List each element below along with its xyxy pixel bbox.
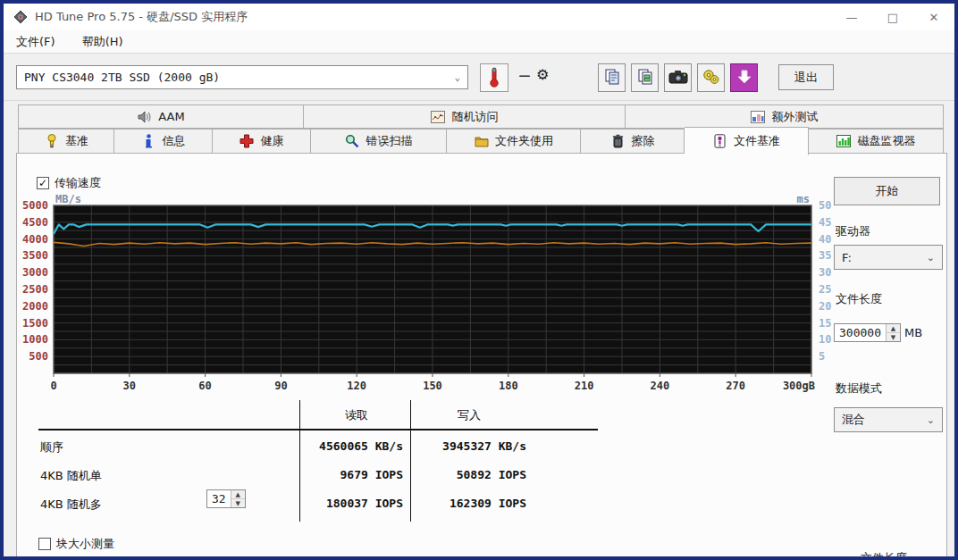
row-sequential-read: 4560065 KB/s: [224, 439, 403, 453]
minimize-button[interactable]: —: [831, 4, 872, 30]
write-column-header: 写入: [424, 407, 514, 423]
svg-text:3500: 3500: [22, 249, 48, 262]
tab-file-benchmark[interactable]: 文件基准: [685, 127, 809, 155]
drive-letter-select[interactable]: F: ⌄: [834, 245, 943, 270]
svg-text:5: 5: [819, 350, 825, 363]
file-benchmark-icon: [712, 134, 727, 148]
app-window: HD Tune Pro 5.75 - 硬盘/SSD 实用程序 — □ ✕ 文件(…: [0, 0, 958, 560]
extra-tests-chart-icon: [751, 110, 766, 124]
transfer-speed-checkbox[interactable]: ✓: [37, 177, 49, 189]
svg-text:45: 45: [819, 216, 831, 229]
svg-text:40: 40: [819, 233, 831, 246]
file-length-value: 300000: [835, 324, 886, 341]
tab-erase[interactable]: 擦除: [581, 129, 685, 154]
transfer-speed-checkbox-row: ✓ 传输速度: [37, 175, 101, 191]
tab-disk-monitor[interactable]: 磁盘监视器: [809, 129, 944, 154]
tab-label: 磁盘监视器: [858, 133, 916, 149]
spinner-down-icon[interactable]: ▼: [887, 333, 900, 341]
tab-label: 错误扫描: [366, 133, 413, 149]
tab-label: 信息: [163, 133, 186, 149]
toolbar: PNY CS3040 2TB SSD (2000 gB) ⌄ — ⚙: [4, 54, 954, 101]
tab-info[interactable]: 信息: [114, 129, 213, 154]
tab-health[interactable]: 健康: [213, 129, 311, 154]
svg-text:35: 35: [819, 249, 831, 262]
tab-benchmark[interactable]: 基准: [18, 129, 114, 154]
tab-label: 文件夹使用: [495, 133, 553, 149]
tab-random-access[interactable]: 随机访问: [304, 104, 626, 129]
file-length-spinner[interactable]: 300000 ▲▼: [834, 323, 901, 342]
svg-text:20: 20: [819, 300, 831, 313]
drive-select[interactable]: PNY CS3040 2TB SSD (2000 gB) ⌄: [16, 65, 468, 89]
copy-text-icon: [603, 68, 621, 88]
speaker-icon: [137, 110, 152, 124]
svg-text:15: 15: [819, 317, 831, 330]
tab-label: AAM: [158, 110, 184, 123]
temperature-button[interactable]: [480, 63, 508, 92]
block-size-checkbox[interactable]: [38, 538, 51, 550]
spinner-up-icon[interactable]: ▲: [887, 324, 900, 333]
svg-text:180: 180: [499, 380, 518, 392]
table-header-underline: [38, 429, 598, 430]
exit-button[interactable]: 退出: [778, 64, 834, 90]
transfer-speed-label: 传输速度: [55, 175, 101, 191]
menu-bar: 文件(F) 帮助(H): [4, 30, 954, 54]
tab-label: 文件基准: [734, 133, 780, 149]
svg-text:30: 30: [123, 380, 136, 392]
row-sequential-write: 3945327 KB/s: [416, 439, 526, 453]
table-divider-right: [410, 400, 411, 522]
copy-image-button[interactable]: [631, 63, 659, 92]
tab-extra-tests[interactable]: 额外测试: [626, 104, 944, 129]
start-button[interactable]: 开始: [834, 177, 940, 205]
tab-label: 基准: [65, 133, 88, 149]
row-4k-single-read: 9679 IOPS: [224, 468, 403, 481]
svg-text:500: 500: [29, 350, 48, 363]
svg-text:0: 0: [50, 380, 56, 392]
copy-text-button[interactable]: [598, 63, 626, 92]
save-download-button[interactable]: [730, 63, 758, 92]
svg-text:240: 240: [651, 380, 670, 392]
screenshot-button[interactable]: [664, 63, 692, 92]
file-length-partial-label: 文件长度: [861, 550, 907, 560]
row-sequential-label: 顺序: [40, 439, 63, 456]
svg-text:2000: 2000: [22, 300, 48, 313]
svg-text:4500: 4500: [22, 216, 48, 229]
svg-text:2500: 2500: [22, 283, 48, 296]
settings-button[interactable]: [697, 63, 725, 92]
svg-text:10: 10: [819, 333, 831, 346]
tab-label: 随机访问: [452, 109, 499, 125]
error-scan-magnifier-icon: [345, 134, 360, 148]
info-icon: [141, 134, 156, 148]
copy-image-icon: [636, 68, 654, 88]
chevron-down-icon: ⌄: [927, 252, 935, 263]
folder-icon: [474, 134, 489, 148]
svg-text:1500: 1500: [22, 317, 48, 330]
erase-trash-icon: [610, 134, 626, 148]
row-4k-multi-read: 180037 IOPS: [224, 497, 403, 510]
chevron-down-icon: ⌄: [454, 71, 460, 83]
svg-text:210: 210: [575, 380, 594, 392]
thermometer-icon: [489, 66, 500, 90]
menu-file[interactable]: 文件(F): [11, 32, 61, 52]
svg-text:MB/s: MB/s: [55, 195, 81, 205]
disk-monitor-chart-icon: [836, 134, 852, 148]
tab-folder-usage[interactable]: 文件夹使用: [447, 129, 581, 154]
transfer-speed-chart: 5000450040003500300025002000150010005005…: [17, 195, 846, 405]
tab-label: 擦除: [632, 133, 655, 149]
maximize-button[interactable]: □: [872, 4, 913, 30]
title-bar: HD Tune Pro 5.75 - 硬盘/SSD 实用程序 — □ ✕: [4, 4, 954, 30]
close-button[interactable]: ✕: [913, 4, 954, 30]
tab-error-scan[interactable]: 错误扫描: [311, 129, 447, 154]
temperature-value: —: [515, 69, 534, 82]
svg-text:3000: 3000: [22, 266, 48, 279]
data-mode-value: 混合: [842, 412, 865, 428]
tab-label: 健康: [261, 133, 284, 149]
svg-text:150: 150: [423, 380, 442, 392]
data-mode-select[interactable]: 混合 ⌄: [834, 407, 943, 432]
menu-help[interactable]: 帮助(H): [77, 32, 129, 52]
drive-letter-value: F:: [842, 251, 852, 264]
svg-text:60: 60: [198, 380, 211, 392]
drive-label: 驱动器: [836, 223, 870, 239]
svg-text:30: 30: [819, 266, 831, 279]
tab-aam[interactable]: AAM: [18, 104, 304, 129]
file-length-row: 300000 ▲▼ MB: [834, 323, 922, 342]
